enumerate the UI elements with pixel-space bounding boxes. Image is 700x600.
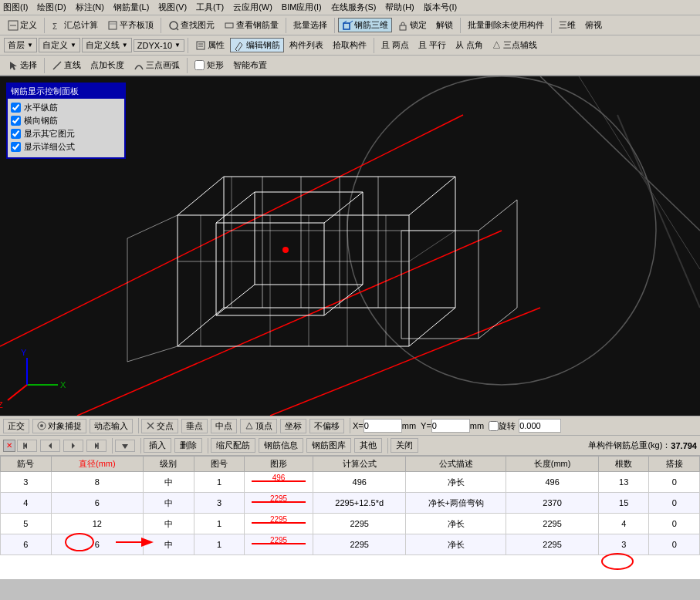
svg-rect-7 — [225, 23, 233, 28]
col-header-shape: 图形 — [245, 457, 313, 472]
col-header-length: 长度(mm) — [506, 457, 599, 472]
toolbar-row-2: 首层 自定义 自定义线 ZDYX-10 属性 编辑钢筋 构件列表 拾取构件 且 … — [0, 35, 700, 56]
btn-point-length[interactable]: 点加长度 — [86, 58, 128, 72]
btn-checkbox-rect[interactable]: 矩形 — [191, 58, 228, 72]
cell-count: 4 — [598, 514, 649, 534]
btn-unlock[interactable]: 解锁 — [432, 18, 457, 32]
table-toolbar: ✕ 插入 删除 缩尺配筋 钢筋信息 钢筋图库 其他 关闭 单构件钢筋总重(kg)… — [0, 436, 700, 456]
cell-desc: 净长 — [406, 514, 506, 534]
y-unit: mm — [470, 421, 484, 430]
btn-vertex[interactable]: 顶点 — [240, 419, 277, 433]
btn-top-view[interactable]: 俯视 — [581, 18, 606, 32]
chk-other-elements[interactable] — [11, 129, 21, 139]
chk-horizontal-steel[interactable] — [11, 103, 21, 113]
custom-line-dropdown[interactable]: 自定义线 — [82, 38, 132, 52]
btn-3d-steel[interactable]: 钢筋三维 — [338, 18, 392, 32]
table-row[interactable]: 5 12 中 1 2295 2295 净长 2295 4 0 — [1, 514, 700, 534]
chk-transverse-steel-label: 横向钢筋 — [24, 115, 58, 126]
menu-item-annotation[interactable]: 标注(N) — [76, 2, 104, 13]
btn-delete[interactable]: 删除 — [174, 438, 202, 453]
btn-next[interactable] — [63, 440, 83, 452]
btn-three-point-arc[interactable]: 三点画弧 — [130, 58, 184, 72]
btn-line[interactable]: 直线 — [48, 58, 85, 72]
btn-view-steel[interactable]: 查看钢筋量 — [220, 18, 282, 32]
btn-insert-label: 插入 — [149, 440, 166, 451]
btn-midpoint[interactable]: 中点 — [211, 419, 237, 433]
btn-dynamic-input[interactable]: 动态输入 — [90, 419, 133, 433]
table-row[interactable]: 4 6 中 3 2295 2295+12.5*d 净长+两倍弯钩 2370 15… — [1, 493, 700, 514]
btn-scale[interactable]: 缩尺配筋 — [211, 438, 255, 453]
rect-checkbox[interactable] — [194, 60, 205, 70]
rotate-input[interactable] — [519, 419, 561, 433]
btn-close-small[interactable]: ✕ — [3, 440, 15, 452]
btn-batch-select[interactable]: 批量选择 — [289, 18, 331, 32]
btn-find[interactable]: 查找图元 — [164, 18, 218, 32]
rotate-checkbox[interactable] — [489, 421, 499, 431]
btn-smart-layout[interactable]: 智能布置 — [229, 58, 271, 72]
btn-parallel[interactable]: 且 平行 — [414, 38, 450, 52]
table-header-row: 筋号 直径(mm) 级别 图号 图形 计算公式 公式描述 长度(mm) 根数 搭… — [1, 457, 700, 472]
menu-item-version[interactable]: 版本号(I) — [424, 2, 457, 13]
layer-dropdown[interactable]: 首层 — [4, 38, 37, 52]
cell-id: 3 — [1, 472, 52, 493]
table-row[interactable]: 6 6 中 1 2295 2295 净长 2295 3 0 — [1, 534, 700, 555]
menu-item-view[interactable]: 视图(V) — [158, 2, 187, 13]
sep7 — [188, 38, 188, 53]
btn-align-top[interactable]: 平齐板顶 — [103, 18, 157, 32]
y-label: Y= — [421, 421, 431, 430]
btn-ortho[interactable]: 正交 — [3, 419, 29, 433]
btn-rect-label: 矩形 — [207, 59, 224, 71]
btn-edit-steel[interactable]: 编辑钢筋 — [230, 38, 284, 52]
btn-angle[interactable]: 从 点角 — [451, 38, 487, 52]
btn-property[interactable]: 属性 — [191, 38, 228, 52]
btn-batch-delete[interactable]: 批量删除未使用构件 — [464, 18, 548, 32]
btn-define[interactable]: 定义 — [4, 18, 41, 32]
chk-horizontal-steel-label: 水平纵筋 — [24, 102, 58, 113]
x-input[interactable] — [364, 419, 402, 433]
btn-snap[interactable]: 对象捕捉 — [32, 419, 86, 433]
btn-three-point-aux[interactable]: △ 三点辅线 — [489, 38, 541, 52]
svg-point-5 — [170, 22, 178, 29]
menu-item-titu[interactable]: 图图(I) — [3, 2, 28, 13]
menu-item-tools[interactable]: 工具(T) — [196, 2, 224, 13]
zdyx-dropdown[interactable]: ZDYX-10 — [134, 39, 184, 52]
define-dropdown[interactable]: 自定义 — [39, 38, 80, 52]
btn-select[interactable]: 选择 — [4, 58, 41, 72]
btn-first[interactable] — [17, 440, 37, 452]
btn-perpendicular[interactable]: 垂点 — [181, 419, 208, 433]
btn-other[interactable]: 其他 — [354, 438, 382, 453]
menu-item-steel[interactable]: 钢筋量(L) — [113, 2, 149, 13]
table-row[interactable]: 3 8 中 1 496 496 净长 496 13 0 — [1, 472, 700, 493]
menu-item-draw[interactable]: 绘图(D) — [37, 2, 66, 13]
btn-down-arrow[interactable] — [115, 440, 135, 452]
btn-two-points[interactable]: 且 两点 — [377, 38, 413, 52]
btn-steel-info[interactable]: 钢筋信息 — [259, 438, 303, 453]
btn-component-list[interactable]: 构件列表 — [286, 38, 327, 52]
toolbar-area: 图图(I) 绘图(D) 标注(N) 钢筋量(L) 视图(V) 工具(T) 云应用… — [0, 0, 700, 76]
menu-item-bim[interactable]: BIM应用(I) — [282, 2, 322, 13]
btn-close-table[interactable]: 关闭 — [391, 438, 418, 453]
toolbar-row-3: 选择 直线 点加长度 三点画弧 矩形 智能布置 — [0, 56, 700, 76]
btn-steel-diagram[interactable]: 钢筋图库 — [306, 438, 351, 453]
chk-transverse-steel[interactable] — [11, 116, 21, 126]
btn-pick-component[interactable]: 拾取构件 — [329, 38, 370, 52]
btn-no-offset[interactable]: 不偏移 — [309, 419, 344, 433]
btn-calculate[interactable]: Σ 汇总计算 — [48, 18, 102, 32]
menu-item-help[interactable]: 帮助(H) — [385, 2, 414, 13]
y-input[interactable] — [431, 419, 470, 433]
btn-3d[interactable]: 三维 — [555, 18, 580, 32]
btn-coord[interactable]: 坐标 — [280, 419, 306, 433]
btn-prev[interactable] — [40, 440, 60, 452]
btn-last[interactable] — [86, 440, 107, 452]
cell-grade: 中 — [144, 514, 194, 534]
btn-lock[interactable]: 锁定 — [394, 18, 431, 32]
total-weight-value: 37.794 — [671, 441, 697, 450]
cell-length: 2370 — [506, 493, 599, 514]
menu-item-online[interactable]: 在线服务(S) — [331, 2, 377, 13]
cell-formula: 2295+12.5*d — [313, 493, 406, 514]
btn-intersection[interactable]: 交点 — [141, 419, 178, 433]
menu-item-cloud[interactable]: 云应用(W) — [233, 2, 272, 13]
chk-detail-formula[interactable] — [11, 142, 21, 152]
btn-insert[interactable]: 插入 — [144, 438, 171, 453]
btn-parallel-label: 且 平行 — [418, 39, 446, 51]
